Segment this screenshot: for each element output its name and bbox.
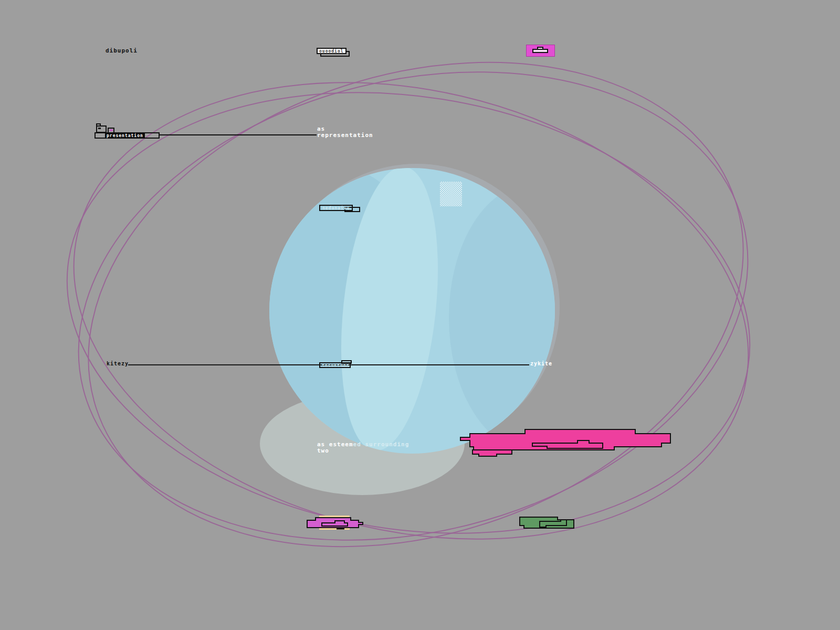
pink-button[interactable] <box>526 45 555 57</box>
connector-line-presentation <box>159 134 317 135</box>
green-chip-shape[interactable] <box>520 517 574 528</box>
callout-top-line2: representation <box>317 132 373 139</box>
sphere-tag-lower-label: tesuktuer <box>322 363 349 368</box>
dither-patch <box>440 182 462 206</box>
sphere-tag-upper-label: nedanaivu <box>322 206 350 211</box>
callout-bottom-part2: ed surroundïng <box>353 441 410 448</box>
pink-button-glyph-icon <box>532 49 548 53</box>
small-window-icon-fill <box>110 129 113 131</box>
window-icon-mark <box>98 128 101 129</box>
right-axis-label: zykite <box>530 361 552 367</box>
orchid-dash <box>337 528 344 530</box>
pink-banner-shape[interactable] <box>460 429 670 456</box>
chip-box-label: ouoodiol <box>319 49 344 54</box>
window-icon[interactable] <box>96 125 107 133</box>
presentation-label: presentation <box>105 133 145 139</box>
scene-canvas: dibupoli ouoodiol presentation as repres… <box>0 0 840 630</box>
left-axis-label: kitezy <box>107 361 129 367</box>
orchid-chip-shape[interactable] <box>307 516 363 530</box>
callout-bottom-line2: two <box>317 448 329 454</box>
page-title: dibupoli <box>106 48 138 54</box>
callout-bottom-line1: as esteemed surroundïng <box>317 442 409 448</box>
orbit-diagram <box>0 0 840 630</box>
pink-banner-foot <box>472 450 512 456</box>
